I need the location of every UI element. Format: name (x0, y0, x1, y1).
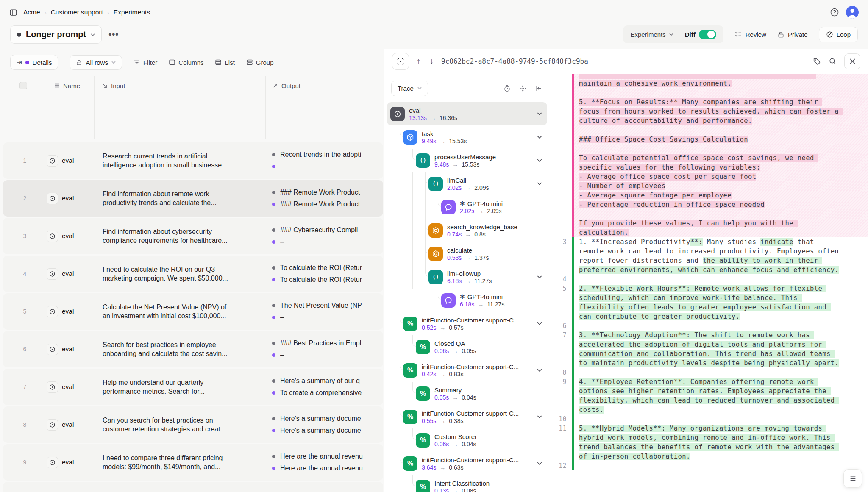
trace-item-name: eval (409, 107, 534, 114)
prev-row-icon[interactable]: ↑ (415, 57, 422, 66)
trace-tree-item[interactable]: ()processUserMessage9.48s→15.53s (387, 149, 547, 172)
duration-current: 2.02s (447, 184, 462, 191)
columns-button[interactable]: Columns (169, 59, 203, 66)
table-row[interactable]: 3evalFind information about cybersecurit… (3, 218, 383, 254)
duration-comparison: 0.63s (449, 464, 463, 471)
diff-pane: maintain a cohesive work environment. 5.… (550, 74, 868, 492)
column-header-input[interactable]: Input (94, 76, 265, 95)
trace-item-durations: 3.64s→0.63s (422, 464, 534, 471)
trace-panel-header: ↑ ↓ 9c062bc2-a8c7-4a88-9749-5cf840f3c9ba (384, 49, 868, 74)
trace-tree-item[interactable]: task9.49s→15.53s (387, 125, 547, 149)
experiment-selector[interactable]: Longer prompt (10, 25, 102, 44)
duration-current: 0.53s (447, 254, 462, 261)
breadcrumb: Acme › Customer support › Experiments (23, 8, 150, 16)
group-icon (246, 59, 253, 66)
output-line: – (272, 313, 383, 322)
trace-item-durations: 0.42s→0.83s (422, 371, 534, 378)
collapse-left-icon[interactable] (535, 85, 542, 92)
table-row[interactable]: 8evalCan you search for best practices o… (3, 406, 383, 443)
filter-button[interactable]: Filter (134, 59, 157, 66)
loop-label: Loop (837, 31, 851, 38)
close-icon[interactable] (844, 53, 860, 69)
duration-current: 6.18s (460, 301, 474, 308)
table-row[interactable]: 7evalHelp me understand our quarterly pe… (3, 369, 383, 405)
trace-tree-item[interactable]: %Closed QA0.06s→0.05s (387, 335, 547, 359)
duration-current: 0.06s (434, 441, 449, 448)
chevron-down-icon (534, 462, 547, 465)
view-mode-dropdown[interactable]: Experiments (625, 31, 679, 38)
trace-tree-item[interactable]: ✻GPT-4o mini2.02s→2.09s (387, 195, 547, 219)
trace-view-dropdown[interactable]: Trace (391, 81, 428, 96)
more-menu-button[interactable]: ••• (108, 30, 119, 39)
trace-item-main: initFunction-Customer support-C...0.55s→… (422, 410, 534, 424)
trace-tree-item[interactable]: %initFunction-Customer support-C...0.42s… (387, 359, 547, 382)
sidebar-toggle-icon[interactable] (9, 8, 17, 17)
tree-guide-line (400, 335, 400, 359)
collapse-vertical-icon[interactable] (519, 85, 526, 92)
table-row[interactable]: 10evalResearch industry standards for Sa… (3, 482, 383, 492)
trace-item-main: llmCall2.02s→2.09s (447, 177, 534, 191)
output-dot (272, 165, 275, 168)
list-button[interactable]: List (215, 59, 234, 66)
breadcrumb-separator: › (107, 9, 109, 16)
trace-item-name: initFunction-Customer support-C... (422, 410, 534, 417)
column-header-name[interactable]: Name (47, 76, 94, 95)
diff-line-number: 10 (550, 414, 572, 424)
table-row[interactable]: 1evalResearch current trends in artifici… (3, 142, 383, 179)
trace-tree-item[interactable]: %initFunction-Customer support-C...0.52s… (387, 312, 547, 335)
next-row-icon[interactable]: ↓ (428, 57, 435, 66)
output-text: To calculate the ROI (Retur (280, 264, 362, 272)
breadcrumb-org[interactable]: Acme (23, 8, 40, 16)
outline-toggle-button[interactable] (843, 469, 862, 488)
avatar[interactable] (846, 6, 859, 19)
input-cell: I need to calculate the ROI on our Q3 ma… (94, 265, 265, 283)
diff-line-text (574, 209, 868, 219)
arrow-right-icon: → (440, 464, 445, 471)
select-all-checkbox[interactable] (19, 82, 27, 89)
trace-tree-item[interactable]: %initFunction-Customer support-C...0.55s… (387, 405, 547, 428)
trace-tree-item[interactable]: search_knowledge_base0.74s→0.8s (387, 219, 547, 242)
table-row[interactable]: 2evalFind information about remote work … (3, 180, 383, 217)
row-number: 3 (3, 233, 47, 239)
diff-clipped-line (550, 74, 868, 79)
tool-icon (428, 223, 443, 238)
trace-tree-item[interactable]: calculate0.53s→1.37s (387, 242, 547, 265)
trace-tree-item[interactable]: ✻GPT-4o mini6.18s→11.27s (387, 289, 547, 312)
table-row[interactable]: 5evalCalculate the Net Present Value (NP… (3, 293, 383, 330)
trace-tree-item[interactable]: eval13.13s→16.36s (387, 102, 547, 125)
group-button[interactable]: Group (246, 59, 274, 66)
breadcrumb-project[interactable]: Customer support (51, 8, 103, 16)
diff-added-line: 8 (550, 368, 868, 377)
review-button[interactable]: Review (734, 31, 766, 38)
trace-tree-item[interactable]: ()llmFollowup6.18s→11.27s (387, 265, 547, 289)
diff-line-number (550, 125, 572, 135)
arrow-right-icon: → (465, 254, 471, 261)
column-header-output[interactable]: Output (265, 76, 384, 95)
function-icon: () (416, 153, 430, 168)
diff-toggle[interactable] (699, 30, 716, 39)
tree-guide-line (400, 219, 400, 242)
diff-deleted-line: - Average square footage per employee (550, 191, 868, 200)
trace-tree-item[interactable]: %Summary0.05s→0.04s (387, 382, 547, 405)
trace-tree-item[interactable]: %initFunction-Customer support-C...3.64s… (387, 452, 547, 475)
tag-icon[interactable] (813, 57, 821, 65)
timing-icon[interactable] (504, 85, 511, 92)
table-row[interactable]: 6evalSearch for best practices in employ… (3, 331, 383, 367)
trace-tree-item[interactable]: ()llmCall2.02s→2.09s (387, 172, 547, 195)
table-row[interactable]: 4evalI need to calculate the ROI on our … (3, 256, 383, 292)
search-icon[interactable] (829, 57, 837, 65)
help-icon[interactable] (830, 8, 839, 17)
column-label: Input (111, 82, 125, 89)
expand-trace-icon[interactable] (392, 53, 409, 70)
openai-logo-icon: ✻ (460, 293, 465, 300)
private-button[interactable]: Private (777, 31, 808, 38)
table-row[interactable]: 9evalI need to compare three different p… (3, 444, 383, 481)
trace-item-main: Closed QA0.06s→0.05s (434, 340, 547, 354)
trace-tree-item[interactable]: %Intent Classification0.13s→0.08s (387, 475, 547, 492)
loop-button[interactable]: Loop (819, 27, 858, 42)
trace-tree-item[interactable]: %Custom Scorer0.06s→0.04s (387, 428, 547, 452)
trace-item-durations: 0.06s→0.04s (434, 441, 547, 448)
rows-filter-dropdown[interactable]: All rows (70, 55, 122, 70)
details-button[interactable]: ⇥ Details (10, 55, 58, 70)
breadcrumb-section[interactable]: Experiments (114, 8, 150, 16)
